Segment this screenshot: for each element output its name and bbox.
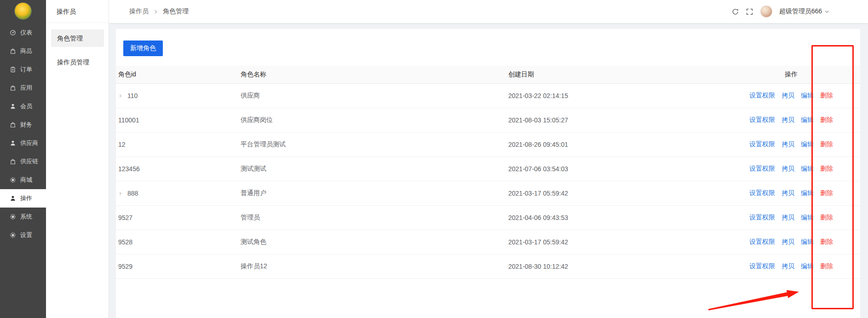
delete-link[interactable]: 删除	[820, 116, 833, 124]
column-header-operations: 操作	[745, 70, 860, 79]
role-id: 9529	[118, 263, 132, 270]
sidebar-item-mall[interactable]: 商城	[0, 171, 46, 189]
clipboard-icon	[10, 66, 16, 73]
edit-link[interactable]: 编辑	[801, 262, 814, 271]
delete-link[interactable]: 删除	[820, 165, 833, 173]
copy-link[interactable]: 拷贝	[782, 140, 794, 149]
set-permission-link[interactable]: 设置权限	[749, 165, 775, 173]
set-permission-link[interactable]: 设置权限	[749, 92, 775, 100]
sidebar-item-supplier[interactable]: 供应商	[0, 134, 46, 152]
set-permission-link[interactable]: 设置权限	[749, 262, 775, 271]
role-id: 9527	[118, 214, 132, 221]
chevron-right-icon	[118, 93, 122, 98]
sidebar-item-label: 应用	[20, 84, 32, 92]
sidebar-item-label: 供应链	[20, 157, 38, 166]
copy-link[interactable]: 拷贝	[782, 238, 794, 246]
edit-link[interactable]: 编辑	[801, 92, 814, 100]
sidebar-item-supply-chain[interactable]: 供应链	[0, 152, 46, 171]
delete-link[interactable]: 删除	[820, 140, 833, 149]
copy-link[interactable]: 拷贝	[782, 214, 794, 222]
sidebar-item-operations[interactable]: 操作	[0, 189, 46, 208]
set-permission-link[interactable]: 设置权限	[749, 140, 775, 149]
copy-link[interactable]: 拷贝	[782, 165, 794, 173]
user-dropdown[interactable]: 超级管理员666	[779, 7, 829, 16]
sidebar-item-dashboard[interactable]: 仪表	[0, 23, 46, 42]
topbar-actions: 超级管理员666	[732, 6, 868, 17]
role-id: 12	[118, 141, 126, 148]
sidebar-item-goods[interactable]: 商品	[0, 42, 46, 60]
person-icon	[10, 195, 16, 202]
edit-link[interactable]: 编辑	[801, 238, 814, 246]
edit-link[interactable]: 编辑	[801, 214, 814, 222]
delete-link[interactable]: 删除	[820, 238, 833, 246]
created-date: 2021-03-22 02:14:15	[508, 92, 745, 99]
set-permission-link[interactable]: 设置权限	[749, 214, 775, 222]
chevron-right-icon	[153, 9, 158, 14]
delete-link[interactable]: 删除	[820, 92, 833, 100]
copy-link[interactable]: 拷贝	[782, 92, 794, 100]
role-name: 供应商岗位	[241, 116, 508, 124]
set-permission-link[interactable]: 设置权限	[749, 189, 775, 197]
expand-row-button[interactable]	[118, 93, 122, 98]
primary-sidebar: 仪表 商品 订单 应用 会员 财务	[0, 0, 46, 318]
edit-link[interactable]: 编辑	[801, 165, 814, 173]
table-row: 12 平台管理员测试 2021-08-26 09:45:01 设置权限 拷贝 编…	[116, 133, 860, 157]
bag-icon	[10, 85, 16, 91]
submenu-item-role-management[interactable]: 角色管理	[51, 29, 104, 47]
breadcrumb-parent[interactable]: 操作员	[129, 7, 149, 16]
table-row: 9529 操作员12 2021-08-30 10:12:42 设置权限 拷贝 编…	[116, 254, 860, 279]
sidebar-item-label: 会员	[20, 102, 32, 110]
sidebar-item-system[interactable]: 系统	[0, 208, 46, 226]
table-row: 9527 管理员 2021-04-06 09:43:53 设置权限 拷贝 编辑 …	[116, 206, 860, 230]
fullscreen-button[interactable]	[746, 8, 753, 15]
sidebar-item-finance[interactable]: 财务	[0, 116, 46, 134]
sidebar-item-label: 仪表	[20, 29, 32, 37]
role-name: 测试测试	[241, 165, 508, 173]
table-row: 110001 供应商岗位 2021-08-03 15:05:27 设置权限 拷贝…	[116, 108, 860, 133]
set-permission-link[interactable]: 设置权限	[749, 238, 775, 246]
submenu-item-operator-management[interactable]: 操作员管理	[51, 53, 104, 71]
refresh-button[interactable]	[732, 8, 739, 15]
created-date: 2021-08-26 09:45:01	[508, 141, 745, 148]
table-row: 110 供应商 2021-03-22 02:14:15 设置权限 拷贝 编辑 删…	[116, 84, 860, 108]
table-row: 123456 测试测试 2021-07-06 03:54:03 设置权限 拷贝 …	[116, 157, 860, 181]
delete-link[interactable]: 删除	[820, 189, 833, 197]
role-name: 普通用户	[241, 189, 508, 197]
role-name: 平台管理员测试	[241, 140, 508, 149]
sidebar-item-label: 供应商	[20, 139, 38, 147]
role-table-card: 新增角色 角色id 角色名称 创建日期 操作 110 供应商 2021-03-2…	[116, 29, 860, 318]
sidebar-item-orders[interactable]: 订单	[0, 60, 46, 79]
sidebar-item-settings[interactable]: 设置	[0, 226, 46, 244]
copy-link[interactable]: 拷贝	[782, 116, 794, 124]
sidebar-item-apps[interactable]: 应用	[0, 79, 46, 97]
sidebar-item-label: 商城	[20, 176, 32, 184]
role-id: 110001	[118, 116, 139, 124]
set-permission-link[interactable]: 设置权限	[749, 116, 775, 124]
table-row: 9528 测试角色 2021-03-17 05:59:42 设置权限 拷贝 编辑…	[116, 230, 860, 254]
edit-link[interactable]: 编辑	[801, 140, 814, 149]
role-name: 管理员	[241, 214, 508, 222]
copy-link[interactable]: 拷贝	[782, 262, 794, 271]
table-header-row: 角色id 角色名称 创建日期 操作	[116, 66, 860, 84]
expand-row-button[interactable]	[118, 191, 122, 196]
sidebar-item-label: 财务	[20, 121, 32, 129]
refresh-icon	[732, 8, 739, 15]
delete-link[interactable]: 删除	[820, 262, 833, 271]
delete-link[interactable]: 删除	[820, 214, 833, 222]
edit-link[interactable]: 编辑	[801, 189, 814, 197]
add-role-button[interactable]: 新增角色	[123, 40, 163, 56]
bag-icon	[10, 48, 16, 54]
sidebar-item-label: 设置	[20, 231, 32, 239]
app-logo[interactable]	[14, 2, 32, 20]
edit-link[interactable]: 编辑	[801, 116, 814, 124]
breadcrumb-separator	[153, 9, 158, 14]
created-date: 2021-03-17 05:59:42	[508, 190, 745, 197]
role-management-page: 仪表 商品 订单 应用 会员 财务	[0, 0, 868, 318]
role-name: 供应商	[241, 92, 508, 100]
user-avatar[interactable]	[760, 6, 772, 17]
user-name: 超级管理员666	[779, 7, 822, 16]
copy-link[interactable]: 拷贝	[782, 189, 794, 197]
role-name: 操作员12	[241, 262, 508, 271]
breadcrumb: 操作员 角色管理	[109, 7, 189, 16]
sidebar-item-members[interactable]: 会员	[0, 97, 46, 116]
